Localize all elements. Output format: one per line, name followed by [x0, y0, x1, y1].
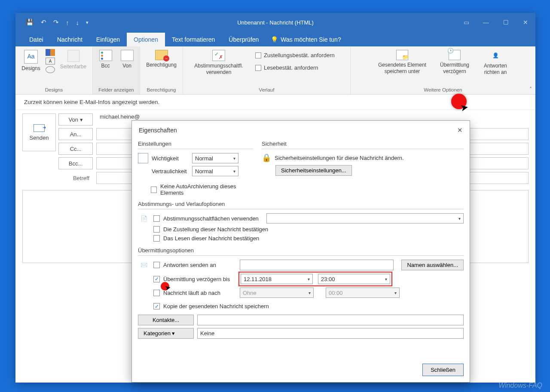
antworten-senden-input[interactable]	[240, 260, 394, 270]
colors-icon[interactable]	[46, 49, 55, 56]
zustellung-bestaetigen-checkbox[interactable]	[153, 226, 160, 233]
kategorien-button[interactable]: Kategorien ▾	[138, 328, 194, 339]
group-berechtigung: － Berechtigung Berechtigung	[140, 46, 183, 94]
tell-me-label: Was möchten Sie tun?	[281, 36, 341, 43]
kopie-label: Kopie der gesendeten Nachricht speichern	[163, 303, 269, 309]
page-color-icon	[67, 50, 79, 62]
send-label: Senden	[30, 135, 49, 141]
vertraulichkeit-label: Vertraulichkeit	[152, 168, 189, 175]
an-field-button[interactable]: An...	[58, 128, 93, 140]
group-designs: Aa Designs A Seitenfarbe Designs	[15, 46, 93, 94]
designs-button[interactable]: Aa Designs	[19, 48, 43, 74]
tab-optionen[interactable]: Optionen	[127, 33, 165, 46]
chevron-down-icon: ▾	[233, 156, 235, 161]
abst-select[interactable]: ▾	[266, 213, 464, 224]
lightbulb-icon: 💡	[271, 36, 278, 43]
zustellbest-label: Zustellungsbestät. anfordern	[264, 52, 335, 58]
sicherheit-label: Sicherheit	[262, 140, 464, 148]
kopie-speichern-checkbox[interactable]	[153, 303, 160, 309]
prev-icon[interactable]: ↑	[66, 19, 69, 26]
kontakte-input[interactable]	[197, 315, 464, 325]
vertraulichkeit-select[interactable]: Normal▾	[192, 166, 238, 176]
noarchive-checkbox[interactable]	[151, 187, 157, 193]
bcc-button[interactable]: Bcc	[96, 48, 115, 71]
gesendet-speichern-button[interactable]: 📁 Gesendetes Element speichern unter	[372, 48, 432, 77]
cc-field-button[interactable]: Cc...	[58, 143, 93, 155]
wichtigkeit-select[interactable]: Normal▾	[192, 153, 238, 163]
fonts-icon[interactable]: A	[46, 58, 55, 64]
minimize-button[interactable]: —	[476, 13, 496, 32]
chevron-down-icon: ▾	[309, 291, 311, 295]
close-button[interactable]: ✕	[516, 13, 535, 32]
tab-datei[interactable]: Datei	[22, 33, 50, 46]
von-button[interactable]: Von	[118, 48, 137, 71]
tab-ueberpruefen[interactable]: Überprüfen	[222, 33, 266, 46]
tab-nachricht[interactable]: Nachricht	[50, 33, 89, 46]
sicherheitseinstellungen-button[interactable]: Sicherheitseinstellungen...	[275, 165, 352, 176]
abst2-label: Die Zustellung dieser Nachricht bestätig…	[163, 226, 268, 233]
antworten-label: Antworten richten an	[484, 63, 507, 76]
collapse-ribbon-icon[interactable]: ˄	[529, 86, 532, 92]
qat-more-icon[interactable]: ▾	[86, 20, 89, 25]
designs-icon: Aa	[24, 50, 38, 64]
undo-icon[interactable]: ↶	[41, 18, 46, 26]
tab-textformatieren[interactable]: Text formatieren	[165, 33, 222, 46]
antworten-senden-checkbox[interactable]	[153, 262, 160, 268]
abst-schaltflaechen-checkbox[interactable]	[153, 215, 160, 222]
voting-options-icon: 📄	[138, 213, 150, 224]
send-button[interactable]: Senden	[22, 113, 56, 151]
next-icon[interactable]: ↓	[76, 19, 79, 26]
group-verlauf-label: Verlauf	[186, 86, 347, 93]
bcc-field-button[interactable]: Bcc...	[58, 157, 93, 169]
berechtigung-label: Berechtigung	[146, 62, 177, 68]
bcc-icon	[99, 50, 112, 61]
effects-icon[interactable]	[46, 66, 55, 73]
group-verlauf: ✓ ✗ Abstimmungsschaltfl. verwenden Zuste…	[183, 46, 351, 94]
save-icon[interactable]: 💾	[26, 18, 34, 26]
save-sent-icon: 📁	[396, 50, 408, 60]
ablauf-date-select[interactable]: Ohne▾	[240, 288, 314, 298]
chevron-down-icon: ▾	[458, 216, 461, 221]
seitenfarbe-button[interactable]: Seitenfarbe	[58, 48, 89, 72]
uebermittlung-verzoegern-button[interactable]: 🕒 Übermittlung verzögern	[434, 48, 475, 77]
verzoegern-date-value: 12.11.2018	[244, 276, 272, 282]
namen-auswaehlen-button[interactable]: Namen auswählen...	[401, 260, 464, 270]
seitenfarbe-label: Seitenfarbe	[60, 64, 86, 70]
maximize-button[interactable]: ☐	[496, 13, 516, 32]
delivery-options-icon: ✉️	[138, 260, 150, 270]
abstimmung-group-label: Abstimmungs- und Verlaufoptionen	[138, 200, 464, 208]
antworten-richten-an-button[interactable]: 👤 Antworten richten an	[477, 48, 514, 77]
group-weitere-label: Weitere Optionen	[354, 86, 532, 93]
field-buttons-column: Von ▾ An... Cc... Bcc... Betreff	[58, 113, 93, 184]
vertraulichkeit-value: Normal	[195, 168, 213, 175]
tell-me[interactable]: 💡 Was möchten Sie tun?	[266, 33, 346, 46]
abst3-label: Das Lesen dieser Nachricht bestätigen	[163, 235, 259, 242]
abstimmung-button[interactable]: ✓ ✗ Abstimmungsschaltfl. verwenden	[186, 48, 251, 77]
kontakte-button[interactable]: Kontakte...	[138, 315, 194, 325]
verzoegern-time-select[interactable]: 23:00▾	[318, 274, 390, 284]
redo-icon[interactable]: ↷	[53, 18, 59, 26]
wichtigkeit-label: Wichtigkeit	[152, 155, 189, 162]
lesebest-checkbox[interactable]: Lesebestät. anfordern	[254, 63, 336, 72]
verzoegern-date-select[interactable]: 12.11.2018▾	[241, 274, 313, 284]
verzoegern-bis-checkbox[interactable]	[153, 276, 160, 282]
schliessen-button[interactable]: Schließen	[422, 364, 464, 376]
tab-einfuegen[interactable]: Einfügen	[89, 33, 127, 46]
titlebar: 💾 ↶ ↷ ↑ ↓ ▾ Unbenannt - Nachricht (HTML)…	[15, 13, 535, 32]
berechtigung-button[interactable]: － Berechtigung	[144, 48, 179, 70]
chevron-down-icon: ▾	[385, 277, 387, 282]
abstimmung-label: Abstimmungsschaltfl. verwenden	[194, 63, 243, 76]
kategorien-input[interactable]: Keine	[197, 328, 464, 339]
von-field-button[interactable]: Von ▾	[58, 113, 93, 126]
ribbon-options-icon[interactable]: ▭	[456, 13, 476, 32]
ablauf-time-select[interactable]: 00:00▾	[326, 288, 400, 298]
lesen-bestaetigen-checkbox[interactable]	[153, 235, 160, 242]
dialog-close-icon[interactable]: ✕	[457, 126, 463, 134]
abst1-label: Abstimmungsschaltflächen verwenden	[163, 215, 259, 222]
voting-icon: ✓ ✗	[212, 50, 225, 61]
group-weitere-optionen: 📁 Gesendetes Element speichern unter 🕒 Ü…	[351, 46, 535, 94]
zustellbest-checkbox[interactable]: Zustellungsbestät. anfordern	[254, 51, 336, 60]
ribbon: Aa Designs A Seitenfarbe Designs	[15, 46, 535, 95]
ablauf-checkbox[interactable]	[153, 290, 160, 296]
verzoegern-time-value: 23:00	[321, 276, 335, 282]
